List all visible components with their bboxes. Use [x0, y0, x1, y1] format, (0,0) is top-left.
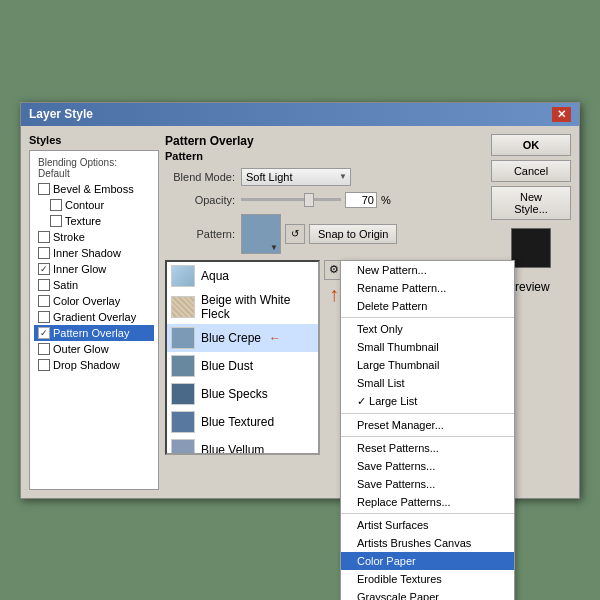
menu-item-small-list[interactable]: Small List — [341, 374, 514, 392]
pattern-preview-button[interactable] — [241, 214, 281, 254]
pattern-label-beige: Beige with White Fleck — [201, 293, 314, 321]
pattern-swatch-aqua — [171, 265, 195, 287]
pattern-control-area: ↺ Snap to Origin — [241, 214, 397, 254]
title-bar: Layer Style ✕ — [21, 103, 579, 126]
sidebar-item-drop-shadow[interactable]: Drop Shadow — [34, 357, 154, 373]
texture-checkbox[interactable] — [50, 215, 62, 227]
layer-style-dialog: Layer Style ✕ Styles Blending Options: D… — [20, 102, 580, 499]
pattern-label: Pattern: — [165, 228, 235, 240]
up-arrow-icon: ↑ — [329, 284, 339, 304]
stroke-checkbox[interactable] — [38, 231, 50, 243]
styles-panel-title: Styles — [29, 134, 159, 146]
preview-swatch — [511, 228, 551, 268]
sidebar-item-pattern-overlay[interactable]: Pattern Overlay — [34, 325, 154, 341]
sidebar-item-inner-glow[interactable]: Inner Glow — [34, 261, 154, 277]
pattern-swatch-blue-textured — [171, 411, 195, 433]
pattern-item-blue-specks[interactable]: Blue Specks — [167, 380, 318, 408]
sidebar-item-outer-glow[interactable]: Outer Glow — [34, 341, 154, 357]
drop-shadow-checkbox[interactable] — [38, 359, 50, 371]
blend-mode-dropdown[interactable]: Soft Light — [241, 168, 351, 186]
pattern-item-blue-vellum[interactable]: Blue Vellum — [167, 436, 318, 455]
pattern-label-blue-specks: Blue Specks — [201, 387, 268, 401]
opacity-slider-container: % — [241, 192, 391, 208]
menu-item-erodible-textures[interactable]: Erodible Textures — [341, 570, 514, 588]
opacity-slider[interactable] — [241, 198, 341, 201]
sidebar-item-inner-shadow[interactable]: Inner Shadow — [34, 245, 154, 261]
dialog-body: Styles Blending Options: Default Bevel &… — [21, 126, 579, 498]
pattern-item-blue-textured[interactable]: Blue Textured — [167, 408, 318, 436]
menu-item-delete-pattern[interactable]: Delete Pattern — [341, 297, 514, 315]
pattern-swatch-blue-crepe — [171, 327, 195, 349]
pattern-item-aqua[interactable]: Aqua — [167, 262, 318, 290]
opacity-input[interactable] — [345, 192, 377, 208]
menu-item-reset-patterns[interactable]: Reset Patterns... — [341, 439, 514, 457]
sidebar-item-color-overlay[interactable]: Color Overlay — [34, 293, 154, 309]
satin-checkbox[interactable] — [38, 279, 50, 291]
menu-item-artists-brushes[interactable]: Artists Brushes Canvas — [341, 534, 514, 552]
menu-item-grayscale-paper[interactable]: Grayscale Paper — [341, 588, 514, 601]
snap-to-origin-button[interactable]: Snap to Origin — [309, 224, 397, 244]
sidebar-item-blending[interactable]: Blending Options: Default — [34, 155, 154, 181]
menu-item-large-list[interactable]: Large List — [341, 392, 514, 411]
menu-item-artist-surfaces[interactable]: Artist Surfaces — [341, 516, 514, 534]
styles-list: Blending Options: Default Bevel & Emboss… — [29, 150, 159, 490]
ok-button[interactable]: OK — [491, 134, 571, 156]
pattern-swatch-blue-dust — [171, 355, 195, 377]
reset-pattern-icon[interactable]: ↺ — [285, 224, 305, 244]
pattern-item-blue-dust[interactable]: Blue Dust — [167, 352, 318, 380]
gradient-overlay-checkbox[interactable] — [38, 311, 50, 323]
pattern-item-blue-crepe[interactable]: Blue Crepe ← — [167, 324, 318, 352]
contour-checkbox[interactable] — [50, 199, 62, 211]
pattern-row: Pattern: ↺ Snap to Origin — [165, 214, 485, 254]
separator-2 — [341, 413, 514, 414]
sidebar-item-contour[interactable]: Contour — [34, 197, 154, 213]
pattern-label-blue-dust: Blue Dust — [201, 359, 253, 373]
pattern-swatch-blue-specks — [171, 383, 195, 405]
menu-item-small-thumbnail[interactable]: Small Thumbnail — [341, 338, 514, 356]
pattern-section-title: Pattern — [165, 150, 485, 162]
middle-panel: Pattern Overlay Pattern Blend Mode: Soft… — [165, 134, 485, 490]
pattern-overlay-title: Pattern Overlay — [165, 134, 485, 148]
pattern-label-aqua: Aqua — [201, 269, 229, 283]
pattern-popup-area: Aqua Beige with White Fleck Blue Crepe ←… — [165, 260, 485, 455]
menu-item-rename-pattern[interactable]: Rename Pattern... — [341, 279, 514, 297]
bevel-checkbox[interactable] — [38, 183, 50, 195]
opacity-label: Opacity: — [165, 194, 235, 206]
blend-mode-label: Blend Mode: — [165, 171, 235, 183]
opacity-row: Opacity: % — [165, 192, 485, 208]
dialog-title: Layer Style — [29, 107, 93, 121]
menu-item-color-paper[interactable]: Color Paper — [341, 552, 514, 570]
pattern-label-blue-textured: Blue Textured — [201, 415, 274, 429]
pattern-list[interactable]: Aqua Beige with White Fleck Blue Crepe ←… — [165, 260, 320, 455]
pattern-label-blue-crepe: Blue Crepe — [201, 331, 261, 345]
sidebar-item-gradient-overlay[interactable]: Gradient Overlay — [34, 309, 154, 325]
sidebar-item-satin[interactable]: Satin — [34, 277, 154, 293]
pattern-label-blue-vellum: Blue Vellum — [201, 443, 264, 455]
cancel-button[interactable]: Cancel — [491, 160, 571, 182]
menu-item-save-patterns[interactable]: Save Patterns... — [341, 475, 514, 493]
sidebar-item-bevel[interactable]: Bevel & Emboss — [34, 181, 154, 197]
inner-shadow-checkbox[interactable] — [38, 247, 50, 259]
inner-glow-checkbox[interactable] — [38, 263, 50, 275]
separator-4 — [341, 513, 514, 514]
color-overlay-checkbox[interactable] — [38, 295, 50, 307]
menu-item-new-pattern[interactable]: New Pattern... — [341, 261, 514, 279]
pattern-swatch-beige — [171, 296, 195, 318]
outer-glow-checkbox[interactable] — [38, 343, 50, 355]
menu-item-replace-patterns[interactable]: Replace Patterns... — [341, 493, 514, 511]
menu-item-text-only[interactable]: Text Only — [341, 320, 514, 338]
sidebar-item-texture[interactable]: Texture — [34, 213, 154, 229]
sidebar-item-stroke[interactable]: Stroke — [34, 229, 154, 245]
pattern-overlay-checkbox[interactable] — [38, 327, 50, 339]
left-panel: Styles Blending Options: Default Bevel &… — [29, 134, 159, 490]
menu-item-large-thumbnail[interactable]: Large Thumbnail — [341, 356, 514, 374]
pattern-item-beige[interactable]: Beige with White Fleck — [167, 290, 318, 324]
menu-item-preset-manager[interactable]: Preset Manager... — [341, 416, 514, 434]
pattern-swatch-blue-vellum — [171, 439, 195, 455]
new-style-button[interactable]: New Style... — [491, 186, 571, 220]
menu-item-load-patterns[interactable]: Save Patterns... — [341, 457, 514, 475]
separator-1 — [341, 317, 514, 318]
blend-mode-row: Blend Mode: Soft Light — [165, 168, 485, 186]
selection-arrow: ← — [269, 331, 281, 345]
close-button[interactable]: ✕ — [552, 107, 571, 122]
